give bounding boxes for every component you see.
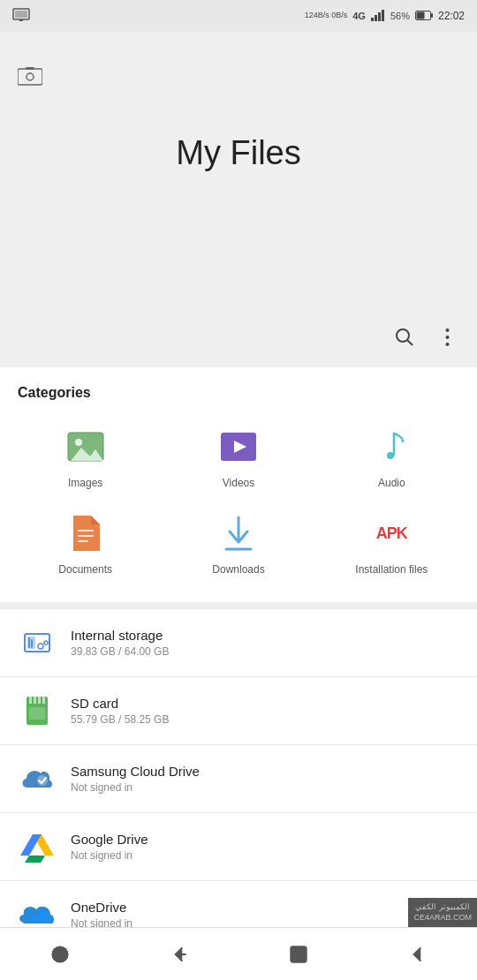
svg-rect-6 (382, 10, 384, 21)
categories-grid: Images Videos Audio (9, 415, 468, 584)
svg-line-14 (408, 341, 413, 346)
svg-rect-10 (18, 69, 42, 85)
installation-files-label: Installation files (355, 563, 428, 576)
header-area: My Files (0, 32, 477, 367)
installation-files-icon: APK (368, 510, 414, 556)
onedrive-info: OneDrive Not signed in (71, 900, 459, 930)
more-options-button[interactable] (435, 325, 459, 350)
audio-icon (368, 424, 414, 470)
images-label: Images (68, 477, 102, 489)
storage-item-sdcard[interactable]: SD card 55.79 GB / 58.25 GB (0, 677, 477, 745)
sdcard-info: SD card 55.79 GB / 58.25 GB (71, 696, 459, 726)
svg-rect-3 (371, 18, 374, 21)
onedrive-name: OneDrive (71, 900, 459, 915)
header-photo-icon (18, 67, 459, 90)
sdcard-name: SD card (71, 696, 459, 711)
search-button[interactable] (392, 325, 417, 350)
videos-label: Videos (223, 477, 254, 489)
storage-item-internal[interactable]: Internal storage 39.83 GB / 64.00 GB (0, 609, 477, 677)
battery-text: 56% (390, 11, 410, 21)
samsung-cloud-detail: Not signed in (71, 781, 459, 794)
sdcard-detail: 55.79 GB / 58.25 GB (71, 713, 459, 726)
status-bar-left-icon (12, 8, 30, 24)
battery-icon (415, 11, 433, 22)
category-item-audio[interactable]: Audio (315, 415, 468, 498)
svg-point-11 (26, 73, 34, 80)
downloads-label: Downloads (212, 563, 264, 576)
images-icon (63, 424, 109, 470)
svg-point-15 (445, 328, 449, 332)
mobile-data-icon: 4G (352, 11, 366, 21)
categories-section: Categories Images Videos (0, 367, 477, 609)
svg-point-46 (51, 946, 68, 962)
internal-storage-icon (18, 623, 57, 662)
samsung-cloud-icon (18, 759, 57, 798)
svg-point-35 (44, 641, 48, 645)
svg-rect-2 (19, 19, 23, 21)
svg-rect-1 (15, 11, 27, 18)
samsung-cloud-name: Samsung Cloud Drive (71, 764, 459, 779)
categories-title: Categories (9, 385, 468, 415)
svg-rect-32 (28, 637, 30, 648)
svg-marker-44 (20, 834, 42, 856)
category-item-documents[interactable]: Documents (9, 501, 162, 584)
videos-icon (216, 424, 261, 470)
nav-back[interactable] (358, 928, 477, 980)
storage-section: Internal storage 39.83 GB / 64.00 GB SD … (0, 609, 477, 949)
nav-recents[interactable] (238, 928, 358, 980)
svg-point-17 (445, 343, 449, 346)
category-item-images[interactable]: Images (9, 415, 162, 498)
category-item-installation-files[interactable]: APK Installation files (315, 501, 468, 584)
google-drive-icon (18, 827, 57, 866)
storage-item-samsung-cloud[interactable]: Samsung Cloud Drive Not signed in (0, 745, 477, 813)
google-drive-detail: Not signed in (71, 849, 459, 862)
page-title: My Files (18, 134, 459, 225)
downloads-icon (216, 510, 261, 556)
storage-item-google-drive[interactable]: Google Drive Not signed in (0, 813, 477, 881)
sdcard-icon (18, 691, 57, 730)
nav-home[interactable] (0, 928, 119, 980)
documents-icon (63, 510, 109, 556)
category-item-downloads[interactable]: Downloads (162, 501, 314, 584)
network-speed: 124B/s 0B/s (305, 11, 348, 20)
svg-point-16 (445, 335, 449, 339)
svg-rect-8 (416, 11, 424, 19)
google-drive-info: Google Drive Not signed in (71, 832, 459, 862)
internal-storage-info: Internal storage 39.83 GB / 64.00 GB (71, 628, 459, 658)
svg-point-13 (397, 329, 409, 342)
bottom-nav (0, 927, 477, 980)
internal-storage-name: Internal storage (71, 628, 459, 643)
svg-rect-12 (26, 67, 34, 70)
signal-icon (371, 9, 385, 23)
svg-rect-48 (291, 946, 306, 961)
svg-point-34 (38, 644, 43, 649)
svg-rect-26 (78, 535, 94, 537)
svg-rect-9 (431, 13, 433, 18)
svg-rect-37 (29, 697, 32, 704)
svg-rect-27 (78, 540, 88, 542)
svg-rect-39 (38, 697, 41, 704)
google-drive-name: Google Drive (71, 832, 459, 847)
svg-rect-38 (34, 697, 36, 704)
documents-label: Documents (58, 563, 112, 576)
svg-rect-40 (42, 697, 45, 704)
category-item-videos[interactable]: Videos (162, 415, 314, 498)
nav-back-nav[interactable] (119, 928, 238, 980)
svg-point-24 (387, 452, 394, 459)
svg-rect-33 (31, 639, 33, 648)
svg-rect-25 (78, 530, 94, 531)
svg-marker-45 (24, 856, 45, 863)
svg-rect-5 (378, 12, 381, 21)
status-bar: 124B/s 0B/s 4G 56% 22:02 (0, 0, 477, 32)
svg-rect-4 (375, 15, 377, 21)
toolbar-row (18, 325, 459, 358)
audio-label: Audio (378, 477, 405, 489)
svg-point-20 (75, 439, 82, 446)
watermark: الكمبيوتر الكفي CE4ARAB.COM (408, 898, 477, 927)
samsung-cloud-info: Samsung Cloud Drive Not signed in (71, 764, 459, 794)
internal-storage-detail: 39.83 GB / 64.00 GB (71, 645, 459, 658)
svg-rect-41 (29, 707, 45, 720)
time-display: 22:02 (438, 10, 465, 22)
